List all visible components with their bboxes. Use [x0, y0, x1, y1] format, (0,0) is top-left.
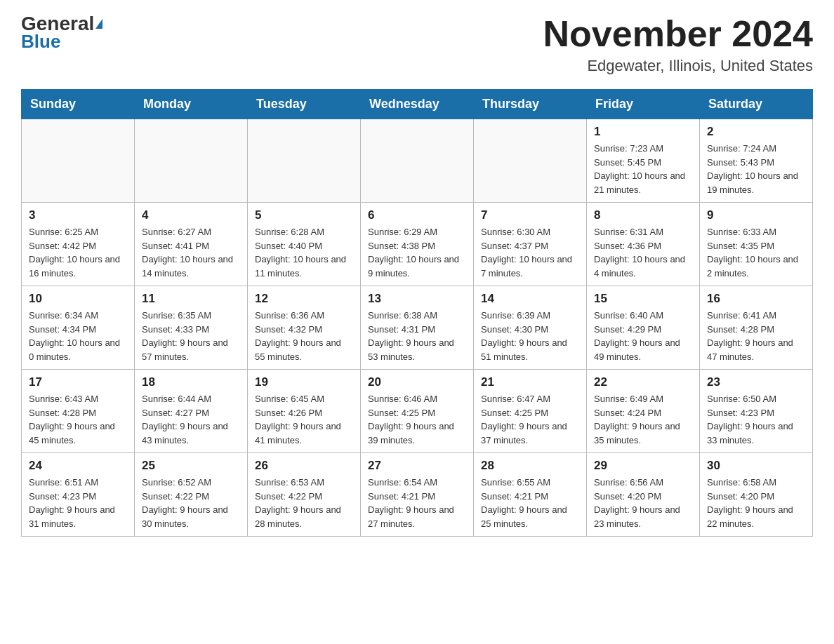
calendar-cell	[361, 119, 474, 203]
calendar-cell: 7Sunrise: 6:30 AMSunset: 4:37 PMDaylight…	[474, 203, 587, 286]
calendar-cell: 18Sunrise: 6:44 AMSunset: 4:27 PMDayligh…	[135, 370, 248, 453]
calendar-cell: 28Sunrise: 6:55 AMSunset: 4:21 PMDayligh…	[474, 453, 587, 537]
day-number: 17	[29, 375, 127, 389]
calendar-header-row: SundayMondayTuesdayWednesdayThursdayFrid…	[22, 90, 813, 119]
day-number: 13	[368, 292, 466, 306]
day-number: 8	[594, 208, 692, 222]
calendar-cell: 13Sunrise: 6:38 AMSunset: 4:31 PMDayligh…	[361, 286, 474, 370]
day-number: 25	[142, 459, 240, 473]
day-sun-info: Sunrise: 6:36 AMSunset: 4:32 PMDaylight:…	[255, 309, 353, 363]
day-number: 10	[29, 292, 127, 306]
day-number: 4	[142, 208, 240, 222]
day-sun-info: Sunrise: 6:41 AMSunset: 4:28 PMDaylight:…	[707, 309, 805, 363]
day-sun-info: Sunrise: 6:28 AMSunset: 4:40 PMDaylight:…	[255, 225, 353, 280]
calendar-cell: 12Sunrise: 6:36 AMSunset: 4:32 PMDayligh…	[248, 286, 361, 370]
day-number: 18	[142, 375, 240, 389]
calendar-cell	[22, 119, 135, 203]
day-sun-info: Sunrise: 6:31 AMSunset: 4:36 PMDaylight:…	[594, 225, 692, 280]
day-sun-info: Sunrise: 6:33 AMSunset: 4:35 PMDaylight:…	[707, 225, 805, 280]
location-subtitle: Edgewater, Illinois, United States	[543, 57, 813, 75]
calendar-cell	[248, 119, 361, 203]
title-area: November 2024 Edgewater, Illinois, Unite…	[543, 14, 813, 75]
day-number: 7	[481, 208, 579, 222]
month-title: November 2024	[543, 14, 813, 54]
calendar-cell: 26Sunrise: 6:53 AMSunset: 4:22 PMDayligh…	[248, 453, 361, 537]
day-number: 6	[368, 208, 466, 222]
calendar-cell: 16Sunrise: 6:41 AMSunset: 4:28 PMDayligh…	[700, 286, 813, 370]
day-of-week-header: Thursday	[474, 90, 587, 119]
logo-blue-text: Blue	[21, 31, 60, 53]
calendar-table: SundayMondayTuesdayWednesdayThursdayFrid…	[21, 89, 813, 537]
day-sun-info: Sunrise: 7:23 AMSunset: 5:45 PMDaylight:…	[594, 142, 692, 196]
day-sun-info: Sunrise: 6:38 AMSunset: 4:31 PMDaylight:…	[368, 309, 466, 363]
calendar-cell: 25Sunrise: 6:52 AMSunset: 4:22 PMDayligh…	[135, 453, 248, 537]
day-number: 14	[481, 292, 579, 306]
day-number: 11	[142, 292, 240, 306]
day-sun-info: Sunrise: 6:53 AMSunset: 4:22 PMDaylight:…	[255, 476, 353, 530]
day-sun-info: Sunrise: 6:46 AMSunset: 4:25 PMDaylight:…	[368, 392, 466, 447]
calendar-cell: 1Sunrise: 7:23 AMSunset: 5:45 PMDaylight…	[587, 119, 700, 203]
day-number: 9	[707, 208, 805, 222]
page-header: General Blue November 2024 Edgewater, Il…	[21, 14, 813, 75]
day-number: 22	[594, 375, 692, 389]
calendar-cell: 2Sunrise: 7:24 AMSunset: 5:43 PMDaylight…	[700, 119, 813, 203]
logo: General Blue	[21, 14, 102, 53]
calendar-week-row: 24Sunrise: 6:51 AMSunset: 4:23 PMDayligh…	[22, 453, 813, 537]
day-number: 3	[29, 208, 127, 222]
calendar-cell: 24Sunrise: 6:51 AMSunset: 4:23 PMDayligh…	[22, 453, 135, 537]
logo-triangle-icon	[95, 19, 102, 29]
calendar-cell: 9Sunrise: 6:33 AMSunset: 4:35 PMDaylight…	[700, 203, 813, 286]
day-sun-info: Sunrise: 6:58 AMSunset: 4:20 PMDaylight:…	[707, 476, 805, 530]
day-number: 2	[707, 125, 805, 139]
day-number: 29	[594, 459, 692, 473]
day-number: 24	[29, 459, 127, 473]
calendar-cell: 19Sunrise: 6:45 AMSunset: 4:26 PMDayligh…	[248, 370, 361, 453]
calendar-cell: 8Sunrise: 6:31 AMSunset: 4:36 PMDaylight…	[587, 203, 700, 286]
day-sun-info: Sunrise: 6:50 AMSunset: 4:23 PMDaylight:…	[707, 392, 805, 447]
calendar-cell: 4Sunrise: 6:27 AMSunset: 4:41 PMDaylight…	[135, 203, 248, 286]
day-number: 23	[707, 375, 805, 389]
calendar-cell: 22Sunrise: 6:49 AMSunset: 4:24 PMDayligh…	[587, 370, 700, 453]
calendar-cell: 5Sunrise: 6:28 AMSunset: 4:40 PMDaylight…	[248, 203, 361, 286]
day-number: 21	[481, 375, 579, 389]
calendar-cell	[135, 119, 248, 203]
day-sun-info: Sunrise: 6:29 AMSunset: 4:38 PMDaylight:…	[368, 225, 466, 280]
day-of-week-header: Monday	[135, 90, 248, 119]
calendar-cell: 20Sunrise: 6:46 AMSunset: 4:25 PMDayligh…	[361, 370, 474, 453]
day-sun-info: Sunrise: 6:54 AMSunset: 4:21 PMDaylight:…	[368, 476, 466, 530]
day-sun-info: Sunrise: 6:44 AMSunset: 4:27 PMDaylight:…	[142, 392, 240, 447]
day-number: 30	[707, 459, 805, 473]
day-sun-info: Sunrise: 6:49 AMSunset: 4:24 PMDaylight:…	[594, 392, 692, 447]
day-number: 12	[255, 292, 353, 306]
calendar-cell: 6Sunrise: 6:29 AMSunset: 4:38 PMDaylight…	[361, 203, 474, 286]
calendar-cell: 3Sunrise: 6:25 AMSunset: 4:42 PMDaylight…	[22, 203, 135, 286]
calendar-cell: 21Sunrise: 6:47 AMSunset: 4:25 PMDayligh…	[474, 370, 587, 453]
calendar-week-row: 3Sunrise: 6:25 AMSunset: 4:42 PMDaylight…	[22, 203, 813, 286]
day-sun-info: Sunrise: 6:45 AMSunset: 4:26 PMDaylight:…	[255, 392, 353, 447]
calendar-week-row: 17Sunrise: 6:43 AMSunset: 4:28 PMDayligh…	[22, 370, 813, 453]
day-number: 28	[481, 459, 579, 473]
calendar-week-row: 1Sunrise: 7:23 AMSunset: 5:45 PMDaylight…	[22, 119, 813, 203]
day-sun-info: Sunrise: 6:40 AMSunset: 4:29 PMDaylight:…	[594, 309, 692, 363]
day-number: 15	[594, 292, 692, 306]
day-sun-info: Sunrise: 6:47 AMSunset: 4:25 PMDaylight:…	[481, 392, 579, 447]
day-sun-info: Sunrise: 6:51 AMSunset: 4:23 PMDaylight:…	[29, 476, 127, 530]
day-of-week-header: Sunday	[22, 90, 135, 119]
day-sun-info: Sunrise: 7:24 AMSunset: 5:43 PMDaylight:…	[707, 142, 805, 196]
day-of-week-header: Wednesday	[361, 90, 474, 119]
calendar-cell: 15Sunrise: 6:40 AMSunset: 4:29 PMDayligh…	[587, 286, 700, 370]
day-sun-info: Sunrise: 6:43 AMSunset: 4:28 PMDaylight:…	[29, 392, 127, 447]
day-sun-info: Sunrise: 6:39 AMSunset: 4:30 PMDaylight:…	[481, 309, 579, 363]
day-of-week-header: Friday	[587, 90, 700, 119]
day-number: 19	[255, 375, 353, 389]
calendar-cell	[474, 119, 587, 203]
day-sun-info: Sunrise: 6:35 AMSunset: 4:33 PMDaylight:…	[142, 309, 240, 363]
day-number: 1	[594, 125, 692, 139]
day-number: 20	[368, 375, 466, 389]
calendar-cell: 10Sunrise: 6:34 AMSunset: 4:34 PMDayligh…	[22, 286, 135, 370]
calendar-cell: 14Sunrise: 6:39 AMSunset: 4:30 PMDayligh…	[474, 286, 587, 370]
day-sun-info: Sunrise: 6:30 AMSunset: 4:37 PMDaylight:…	[481, 225, 579, 280]
day-number: 5	[255, 208, 353, 222]
day-number: 16	[707, 292, 805, 306]
day-number: 26	[255, 459, 353, 473]
